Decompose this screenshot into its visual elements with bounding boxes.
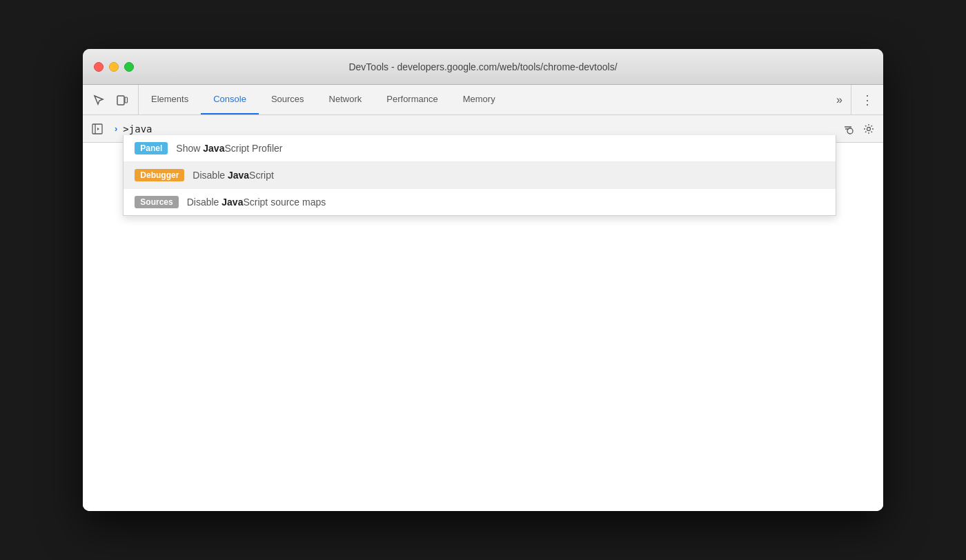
console-toolbar: › Panel Show JavaScript Profiler Debug [83, 115, 883, 143]
devtools-toolbar: Elements Console Sources Network Perform… [83, 85, 883, 115]
tab-network[interactable]: Network [317, 85, 375, 114]
command-dropdown: Panel Show JavaScript Profiler Debugger … [123, 135, 836, 216]
dropdown-item-profiler[interactable]: Panel Show JavaScript Profiler [124, 135, 836, 162]
svg-rect-1 [125, 97, 128, 103]
dropdown-item-sources[interactable]: Sources Disable JavaScript source maps [124, 189, 836, 215]
command-input[interactable] [123, 123, 836, 134]
tab-memory[interactable]: Memory [451, 85, 508, 114]
badge-panel: Panel [135, 142, 168, 154]
svg-rect-0 [117, 96, 124, 105]
svg-marker-4 [97, 128, 99, 130]
toolbar-right: ⋮ [851, 85, 883, 114]
window-title: DevTools - developers.google.com/web/too… [348, 61, 617, 72]
console-chevron: › [115, 123, 117, 134]
dropdown-text-debugger: Disable JavaScript [193, 170, 274, 181]
tabs-container: Elements Console Sources Network Perform… [139, 85, 828, 114]
badge-sources: Sources [135, 196, 178, 208]
dropdown-text-profiler: Show JavaScript Profiler [176, 143, 282, 154]
inspect-element-button[interactable] [88, 90, 109, 110]
tab-elements[interactable]: Elements [139, 85, 201, 114]
toolbar-icon-group [83, 85, 139, 114]
settings-button[interactable]: ⋮ [857, 90, 878, 110]
dropdown-text-sources: Disable JavaScript source maps [187, 197, 326, 208]
tab-sources[interactable]: Sources [259, 85, 317, 114]
close-button[interactable] [94, 62, 103, 72]
titlebar: DevTools - developers.google.com/web/too… [83, 49, 883, 85]
dropdown-item-debugger[interactable]: Debugger Disable JavaScript [124, 162, 836, 189]
settings-gear-button[interactable] [860, 120, 878, 138]
traffic-lights [94, 62, 134, 72]
command-input-wrapper: Panel Show JavaScript Profiler Debugger … [123, 123, 836, 135]
console-filter-button[interactable] [839, 120, 857, 138]
svg-point-8 [867, 127, 871, 130]
minimize-button[interactable] [109, 62, 119, 72]
maximize-button[interactable] [124, 62, 134, 72]
devtools-content: › Panel Show JavaScript Profiler Debug [83, 115, 883, 511]
devtools-window: DevTools - developers.google.com/web/too… [83, 49, 883, 511]
device-toggle-button[interactable] [112, 90, 132, 110]
badge-debugger: Debugger [135, 169, 184, 181]
expand-panel-button[interactable] [88, 120, 106, 138]
tab-console[interactable]: Console [201, 85, 259, 114]
tab-performance[interactable]: Performance [374, 85, 450, 114]
more-tabs-button[interactable]: » [828, 85, 851, 114]
